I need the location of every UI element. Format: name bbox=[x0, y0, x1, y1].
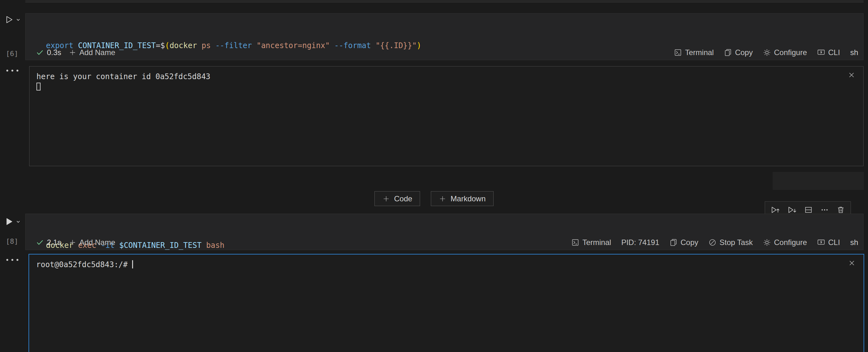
copy-label: Copy bbox=[735, 48, 753, 57]
cell1-run-button[interactable] bbox=[4, 14, 21, 25]
cli-icon bbox=[817, 49, 825, 57]
cell2-execution-count: [8] bbox=[3, 237, 21, 245]
add-markdown-cell-button[interactable]: Markdown bbox=[431, 191, 494, 206]
configure-label: Configure bbox=[774, 48, 807, 57]
more-actions-button[interactable] bbox=[820, 205, 829, 214]
cell2-kernel-label: sh bbox=[850, 238, 858, 247]
copy-icon bbox=[670, 238, 678, 247]
cell1-cli-button[interactable]: CLI bbox=[817, 48, 840, 57]
insert-cell-bar: Code Markdown bbox=[0, 191, 868, 206]
cell1-duration: 0.3s bbox=[47, 48, 61, 57]
notebook-page: [6] export CONTAINER_ID_TEST=$(docker ps… bbox=[0, 0, 868, 352]
add-markdown-label: Markdown bbox=[451, 194, 486, 203]
execute-below-button[interactable] bbox=[787, 205, 797, 215]
success-check-icon bbox=[36, 49, 44, 57]
close-icon bbox=[848, 259, 856, 267]
gear-icon bbox=[763, 238, 771, 247]
cell2-pid-label: PID: 74191 bbox=[621, 238, 659, 247]
cell2-output[interactable]: root@0a52fdc5d843:/# bbox=[29, 254, 864, 352]
cell2-copy-button[interactable]: Copy bbox=[670, 238, 698, 247]
cell1-terminal-button[interactable]: Terminal bbox=[674, 48, 714, 57]
cell2-terminal-button[interactable]: Terminal bbox=[571, 238, 611, 247]
run-above-icon bbox=[770, 205, 780, 215]
play-outline-icon bbox=[4, 14, 14, 25]
cell2-run-button[interactable] bbox=[4, 217, 21, 227]
add-code-cell-button[interactable]: Code bbox=[374, 191, 420, 206]
cell2-stop-task-button[interactable]: Stop Task bbox=[708, 238, 753, 247]
cell1-output: here is your container id 0a52fdc5d843 bbox=[29, 66, 864, 166]
terminal-icon bbox=[674, 49, 682, 57]
play-filled-icon bbox=[4, 217, 14, 227]
cell2-output-text: root@0a52fdc5d843:/# bbox=[29, 255, 864, 270]
cell2-output-menu[interactable] bbox=[6, 259, 19, 261]
run-below-icon bbox=[787, 205, 797, 215]
terminal-label: Terminal bbox=[685, 48, 714, 57]
split-cell-button[interactable] bbox=[804, 205, 813, 214]
cell1-add-name-button[interactable]: Add Name bbox=[69, 48, 115, 57]
cell2-duration: 2.1s bbox=[47, 238, 61, 247]
terminal-bar-cursor bbox=[132, 260, 133, 268]
cli-label: CLI bbox=[828, 238, 840, 247]
copy-label: Copy bbox=[680, 238, 698, 247]
cell1-copy-button[interactable]: Copy bbox=[724, 48, 753, 57]
terminal-label: Terminal bbox=[582, 238, 611, 247]
plus-icon bbox=[69, 239, 76, 246]
cell2-output-close-button[interactable] bbox=[848, 259, 856, 267]
cell1-configure-button[interactable]: Configure bbox=[763, 48, 807, 57]
execute-above-button[interactable] bbox=[770, 205, 780, 215]
plus-icon bbox=[439, 195, 446, 202]
hover-highlight-area bbox=[773, 172, 864, 190]
cell2-add-name-button[interactable]: Add Name bbox=[69, 238, 115, 247]
add-name-label: Add Name bbox=[79, 48, 115, 57]
previous-cell-edge bbox=[25, 0, 864, 3]
terminal-icon bbox=[571, 238, 580, 247]
cell2-status-bar: 2.1s Add Name Terminal PID: 74191 bbox=[26, 235, 863, 250]
cell1: export CONTAINER_ID_TEST=$(docker ps --f… bbox=[25, 13, 864, 60]
add-code-label: Code bbox=[394, 194, 412, 203]
cell2-configure-button[interactable]: Configure bbox=[763, 238, 807, 247]
gear-icon bbox=[763, 49, 771, 57]
plus-icon bbox=[382, 195, 390, 202]
cell1-output-close-button[interactable] bbox=[847, 71, 856, 79]
cell1-output-menu[interactable] bbox=[6, 70, 19, 71]
cell2: docker exec -it $CONTAINER_ID_TEST bash … bbox=[25, 214, 864, 250]
plus-icon bbox=[69, 49, 76, 56]
cell1-execution-count: [6] bbox=[3, 50, 21, 58]
close-icon bbox=[847, 71, 856, 79]
trash-icon bbox=[836, 205, 845, 214]
terminal-block-cursor bbox=[36, 83, 40, 91]
stop-circle-icon bbox=[708, 238, 717, 247]
copy-icon bbox=[724, 49, 732, 57]
cell1-output-text: here is your container id 0a52fdc5d843 bbox=[29, 66, 863, 92]
stop-task-label: Stop Task bbox=[719, 238, 753, 247]
add-name-label: Add Name bbox=[79, 238, 115, 247]
cli-icon bbox=[817, 238, 825, 247]
chevron-down-icon bbox=[16, 219, 21, 224]
ellipsis-icon bbox=[820, 205, 829, 214]
cell2-cli-button[interactable]: CLI bbox=[817, 238, 840, 247]
cell1-status-bar: 0.3s Add Name Terminal bbox=[26, 45, 863, 60]
cell1-kernel-label: sh bbox=[850, 48, 858, 57]
cli-label: CLI bbox=[828, 48, 840, 57]
configure-label: Configure bbox=[774, 238, 807, 247]
split-cell-icon bbox=[804, 205, 813, 214]
success-check-icon bbox=[36, 238, 44, 247]
chevron-down-icon bbox=[16, 18, 21, 22]
delete-cell-button[interactable] bbox=[836, 205, 845, 214]
